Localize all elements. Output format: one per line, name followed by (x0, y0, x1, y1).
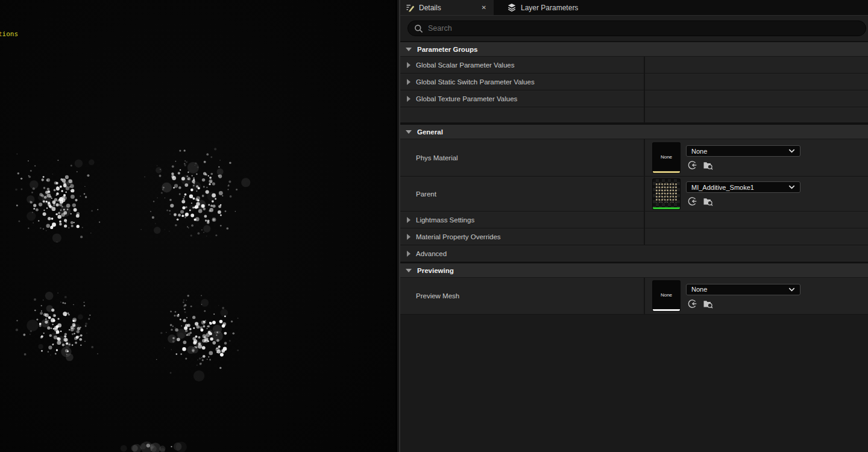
section-header-general[interactable]: General (400, 125, 868, 139)
row-parent: Parent MI_Additive_Smoke1 (400, 177, 868, 212)
collapse-arrow-down-icon (406, 130, 412, 134)
combobox-value: None (691, 286, 707, 293)
expander-right-icon[interactable] (407, 96, 410, 102)
section-header-parameter-groups[interactable]: Parameter Groups (400, 42, 868, 57)
phys-material-thumbnail[interactable]: None (653, 143, 680, 173)
chevron-down-icon (788, 287, 795, 292)
collapse-arrow-down-icon (406, 48, 412, 51)
use-selected-asset-icon[interactable] (687, 160, 697, 170)
material-preview-viewport[interactable]: tions (0, 0, 395, 452)
row-global-texture-parameter-values[interactable]: Global Texture Parameter Values (400, 90, 868, 107)
panel-tab-bar: Details ✕ Layer Parameters (400, 0, 868, 15)
search-box[interactable] (407, 20, 866, 36)
panel-splitter[interactable] (395, 0, 400, 452)
chevron-down-icon (788, 149, 795, 153)
preview-mesh-thumbnail[interactable]: None (653, 281, 680, 311)
use-selected-asset-icon[interactable] (687, 299, 697, 309)
asset-type-underline (653, 207, 680, 209)
parent-label: Parent (416, 190, 436, 198)
thumbnail-none-label: None (661, 154, 672, 160)
row-material-property-overrides[interactable]: Material Property Overrides (400, 228, 868, 245)
tab-layer-parameters[interactable]: Layer Parameters (502, 0, 583, 15)
asset-type-underline (653, 171, 680, 173)
details-pencil-icon (406, 3, 415, 12)
row-label: Global Static Switch Parameter Values (416, 78, 535, 86)
asset-type-underline (653, 309, 680, 311)
row-global-scalar-parameter-values[interactable]: Global Scalar Parameter Values (400, 57, 868, 74)
browse-to-asset-icon[interactable] (703, 299, 713, 309)
row-empty (400, 107, 868, 123)
phys-material-combobox[interactable]: None (686, 145, 800, 157)
expander-right-icon[interactable] (407, 234, 410, 240)
row-phys-material: Phys Material None None (400, 139, 868, 177)
section-header-previewing[interactable]: Previewing (400, 263, 868, 278)
row-global-static-switch-parameter-values[interactable]: Global Static Switch Parameter Values (400, 74, 868, 90)
layers-icon (507, 3, 517, 12)
details-panel: Details ✕ Layer Parameters (400, 0, 868, 452)
sprite-sheet-dots (655, 183, 678, 202)
row-value-cell (644, 212, 868, 228)
thumbnail-none-label: None (661, 292, 672, 298)
section-title: Previewing (417, 267, 454, 274)
parent-thumbnail[interactable] (653, 179, 680, 209)
parent-label-cell: Parent (400, 177, 644, 211)
row-value-cell (644, 107, 868, 122)
row-value-cell (644, 74, 868, 90)
row-lightmass-settings[interactable]: Lightmass Settings (400, 212, 868, 228)
phys-material-label: Phys Material (416, 154, 458, 162)
app-root: tions Details ✕ (0, 0, 868, 452)
search-row (400, 15, 868, 41)
row-label: Advanced (416, 250, 447, 257)
row-value-cell (644, 90, 868, 107)
combobox-value: MI_Additive_Smoke1 (691, 184, 754, 191)
collapse-arrow-down-icon (406, 269, 412, 272)
row-label: Material Property Overrides (416, 233, 501, 240)
preview-mesh-combobox[interactable]: None (686, 284, 800, 295)
section-title: General (417, 128, 443, 136)
browse-to-asset-icon[interactable] (703, 196, 713, 206)
tab-details[interactable]: Details ✕ (400, 0, 494, 15)
expander-right-icon[interactable] (407, 79, 410, 85)
expander-right-icon[interactable] (407, 217, 410, 223)
search-input[interactable] (428, 24, 860, 33)
use-selected-asset-icon[interactable] (687, 196, 697, 206)
expander-right-icon[interactable] (407, 251, 410, 257)
row-advanced[interactable]: Advanced (400, 245, 868, 262)
preview-mesh-label-cell: Preview Mesh (400, 278, 644, 314)
tab-details-label: Details (419, 4, 441, 12)
panel-empty-area (400, 315, 868, 452)
row-value-cell (644, 228, 868, 245)
row-value-cell (644, 57, 868, 73)
row-label: Global Texture Parameter Values (416, 95, 517, 102)
tab-close-icon[interactable]: ✕ (480, 3, 488, 12)
browse-to-asset-icon[interactable] (703, 160, 713, 170)
combobox-value: None (691, 148, 707, 155)
phys-material-label-cell: Phys Material (400, 139, 644, 176)
parent-combobox[interactable]: MI_Additive_Smoke1 (686, 181, 800, 193)
smoke-particles-svg (0, 0, 395, 452)
tab-layer-parameters-label: Layer Parameters (521, 4, 578, 12)
expander-right-icon[interactable] (407, 62, 410, 68)
row-label: Global Scalar Parameter Values (416, 61, 514, 69)
preview-mesh-label: Preview Mesh (416, 292, 459, 300)
row-preview-mesh: Preview Mesh None None (400, 278, 868, 315)
chevron-down-icon (788, 185, 795, 189)
section-title: Parameter Groups (417, 46, 477, 53)
search-icon (414, 24, 423, 33)
row-label: Lightmass Settings (416, 216, 474, 224)
viewport-stat-text: tions (0, 30, 18, 38)
